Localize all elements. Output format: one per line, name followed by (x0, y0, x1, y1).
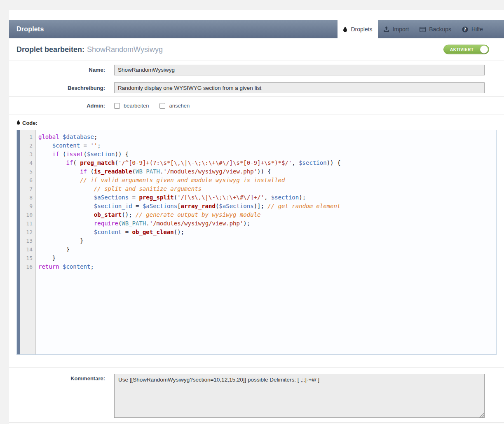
line-number: 1 (20, 133, 33, 141)
code-gutter: 12345678910111213141516 (20, 130, 36, 354)
code-line: } (38, 254, 496, 262)
line-number: 3 (20, 150, 33, 159)
code-line: if( preg_match('/^[0-9]+(?:\s*[\,\|\-\;\… (38, 159, 496, 167)
line-number: 16 (20, 262, 33, 271)
content-card: Droplets Droplets Import (9, 10, 504, 424)
code-line: if (isset($section)) { (38, 150, 496, 159)
tab-backups-label: Backups (429, 26, 451, 33)
code-droplet-icon (16, 120, 20, 126)
page-title-prefix: Droplet bearbeiten: (16, 45, 84, 54)
admin-bearbeiten-checkbox[interactable] (114, 103, 120, 109)
footer-divider (9, 422, 504, 424)
code-line: $content = ''; (38, 141, 496, 150)
header-bar: Droplets Droplets Import (9, 20, 504, 38)
line-number: 4 (20, 159, 33, 167)
name-input[interactable] (114, 65, 485, 75)
admin-row: Admin: bearbeiten ansehen (9, 96, 504, 115)
code-line: ob_start(); // generate output by wysiwy… (38, 211, 496, 219)
line-number: 10 (20, 211, 33, 219)
header-nav: Droplets Import Backups ? (338, 20, 504, 38)
activated-toggle-label: AKTIVIERT (444, 47, 474, 52)
line-number: 6 (20, 176, 33, 185)
code-line: require(WB_PATH.'/modules/wysiwyg/view.p… (38, 219, 496, 228)
line-number: 15 (20, 254, 33, 262)
page-heading-row: Droplet bearbeiten:ShowRandomWysiwyg AKT… (9, 38, 504, 61)
code-line: } (38, 237, 496, 245)
page-title-droplet-name: ShowRandomWysiwyg (87, 45, 163, 54)
code-label: Code: (16, 120, 497, 126)
admin-bearbeiten-option[interactable]: bearbeiten (114, 103, 149, 109)
line-number: 8 (20, 193, 33, 202)
code-lines[interactable]: global $database; $content = ''; if (iss… (36, 130, 496, 354)
activated-toggle[interactable]: AKTIVIERT (443, 45, 489, 54)
tab-import-label: Import (393, 26, 409, 33)
code-line: $section_id = $aSections[array_rand($aSe… (38, 202, 496, 211)
line-number: 7 (20, 185, 33, 193)
comments-label: Kommentare: (9, 375, 105, 382)
code-line: } (38, 245, 496, 254)
code-section: Code: 12345678910111213141516 global $da… (9, 115, 504, 367)
page-title: Droplet bearbeiten:ShowRandomWysiwyg (16, 45, 163, 54)
svg-text:?: ? (464, 27, 466, 32)
admin-label: Admin: (9, 103, 105, 109)
toggle-knob[interactable] (480, 46, 488, 54)
droplet-icon (343, 26, 347, 32)
line-number: 14 (20, 245, 33, 254)
tab-import[interactable]: Import (378, 20, 415, 38)
line-number: 5 (20, 167, 33, 176)
name-label: Name: (9, 67, 105, 73)
code-line: // if valid arguments given and module w… (38, 176, 496, 185)
admin-ansehen-label: ansehen (169, 103, 190, 109)
code-line: // split and sanitize arguments (38, 185, 496, 193)
comments-textarea[interactable]: Use [[ShowRandomWysiwyg?section=10,12,15… (114, 374, 485, 418)
admin-ansehen-option[interactable]: ansehen (159, 103, 190, 109)
upload-icon (383, 26, 389, 32)
line-number: 11 (20, 219, 33, 228)
help-icon: ? (462, 26, 468, 33)
name-row: Name: (9, 61, 504, 79)
code-line: if (is_readable(WB_PATH.'/modules/wysiwy… (38, 167, 496, 176)
comments-row: Kommentare: Use [[ShowRandomWysiwyg?sect… (9, 367, 504, 422)
tab-droplets[interactable]: Droplets (338, 20, 377, 38)
tab-hilfe[interactable]: ? Hilfe (457, 20, 488, 38)
editor-accent-bar (17, 130, 20, 354)
admin-ansehen-checkbox[interactable] (159, 103, 165, 109)
code-line: $content = ob_get_clean(); (38, 228, 496, 237)
line-number: 12 (20, 228, 33, 237)
page: Droplets Droplets Import (0, 0, 504, 424)
description-label: Beschreibung: (9, 85, 105, 91)
tab-hilfe-label: Hilfe (471, 26, 483, 33)
code-line: global $database; (38, 133, 496, 141)
description-input[interactable] (114, 82, 485, 93)
line-number: 2 (20, 141, 33, 150)
code-line: return $content; (38, 262, 496, 271)
line-number: 9 (20, 202, 33, 211)
code-line: $aSections = preg_split('/[\s\,\|\-\;\:\… (38, 193, 496, 202)
line-number: 13 (20, 237, 33, 245)
code-editor[interactable]: 12345678910111213141516 global $database… (16, 130, 497, 355)
tab-droplets-label: Droplets (351, 26, 372, 33)
app-title: Droplets (9, 26, 44, 33)
tab-backups[interactable]: Backups (414, 20, 457, 38)
description-row: Beschreibung: (9, 79, 504, 96)
code-label-text: Code: (22, 120, 38, 126)
admin-bearbeiten-label: bearbeiten (124, 103, 149, 109)
archive-icon (420, 27, 426, 32)
